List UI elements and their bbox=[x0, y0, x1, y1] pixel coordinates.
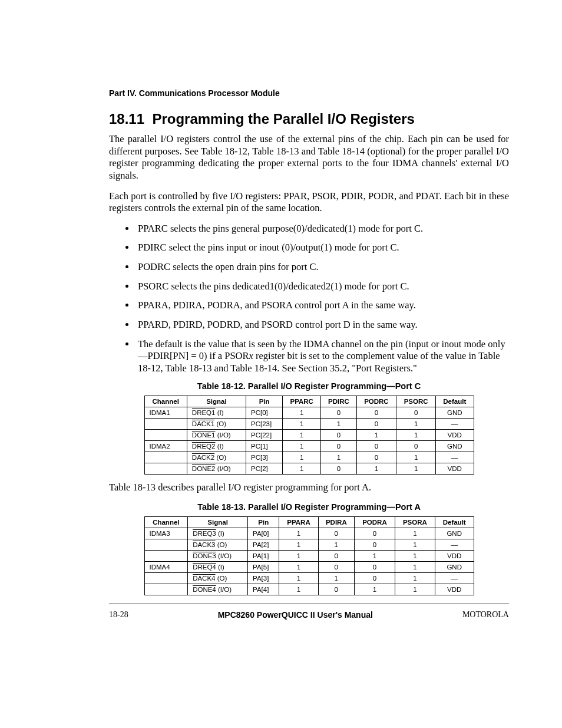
section-heading: 18.11 Programming the Parallel I/O Regis… bbox=[109, 111, 509, 127]
cell: 1 bbox=[279, 573, 318, 584]
cell: PA[0] bbox=[248, 528, 279, 539]
table-12-caption: Table 18-12. Parallel I/O Register Progr… bbox=[109, 381, 509, 391]
cell: 1 bbox=[396, 463, 436, 475]
cell: 1 bbox=[355, 551, 395, 562]
cell-signal: DREQ2 (I) bbox=[187, 441, 246, 452]
footer-manual-title: MPC8260 PowerQUICC II User's Manual bbox=[218, 610, 373, 620]
table-row: DONE1 (I/O)PC[22]1011VDD bbox=[144, 430, 474, 441]
cell: GND bbox=[436, 441, 474, 452]
cell: 1 bbox=[283, 452, 321, 463]
cell-signal: DREQ3 (I) bbox=[188, 528, 248, 539]
cell-signal: DREQ1 (I) bbox=[187, 407, 246, 419]
cell-channel: IDMA3 bbox=[144, 528, 188, 539]
bullet-item: PDIRC select the pins input or inout (0)… bbox=[135, 242, 509, 254]
cell-signal: DACK2 (O) bbox=[187, 452, 246, 463]
cell: 1 bbox=[395, 539, 435, 551]
footer-page-number: 18-28 bbox=[109, 610, 128, 620]
cell: 1 bbox=[355, 584, 395, 595]
cell: 1 bbox=[318, 573, 355, 584]
cell-channel bbox=[144, 419, 187, 430]
cell: 1 bbox=[279, 528, 318, 539]
cell: 0 bbox=[318, 551, 355, 562]
bullet-item: PODRC selects the open drain pins for po… bbox=[135, 261, 509, 274]
th-podra: PODRA bbox=[355, 517, 395, 528]
cell: 0 bbox=[356, 407, 396, 419]
bullet-item: PPARD, PDIRD, PODRD, and PSORD control p… bbox=[135, 319, 509, 331]
cell: 1 bbox=[395, 584, 435, 595]
cell: — bbox=[435, 539, 474, 551]
section-title: Programming the Parallel I/O Registers bbox=[152, 111, 414, 127]
table-row: DACK1 (O)PC[23]1101— bbox=[144, 419, 474, 430]
cell-signal: DONE3 (I/O) bbox=[188, 551, 248, 562]
cell: 0 bbox=[321, 430, 356, 441]
cell: VDD bbox=[435, 584, 474, 595]
cell-channel bbox=[144, 463, 187, 475]
cell-signal: DACK4 (O) bbox=[188, 573, 248, 584]
part-header: Part IV. Communications Processor Module bbox=[109, 88, 509, 98]
cell: 1 bbox=[396, 419, 436, 430]
cell: 0 bbox=[318, 528, 355, 539]
table-row: IDMA2DREQ2 (I)PC[1]1000GND bbox=[144, 441, 474, 452]
cell: 1 bbox=[318, 539, 355, 551]
cell: 1 bbox=[321, 452, 356, 463]
cell: GND bbox=[435, 562, 474, 573]
bullet-item: The default is the value that is seen by… bbox=[135, 338, 509, 375]
cell: GND bbox=[436, 407, 474, 419]
table-row: DONE2 (I/O)PC[2]1011VDD bbox=[144, 463, 474, 475]
cell: VDD bbox=[436, 463, 474, 475]
cell: 1 bbox=[283, 441, 321, 452]
table-row: IDMA4DREQ4 (I)PA[5]1001GND bbox=[144, 562, 474, 573]
cell: 0 bbox=[396, 441, 436, 452]
cell-channel bbox=[144, 430, 187, 441]
cell: 0 bbox=[321, 407, 356, 419]
cell: 0 bbox=[355, 562, 395, 573]
cell: 1 bbox=[356, 463, 396, 475]
table-header-row: Channel Signal Pin PPARC PDIRC PODRC PSO… bbox=[144, 396, 474, 407]
cell: 0 bbox=[356, 419, 396, 430]
cell: PC[2] bbox=[246, 463, 283, 475]
bullet-text-italic: x bbox=[249, 350, 253, 361]
cell: 1 bbox=[283, 463, 321, 475]
paragraph-1: The parallel I/O registers control the u… bbox=[109, 133, 509, 182]
footer-rule: 18-28 MPC8260 PowerQUICC II User's Manua… bbox=[109, 604, 509, 620]
th-pdira: PDIRA bbox=[318, 517, 355, 528]
bullet-item: PPARC selects the pins general purpose(0… bbox=[135, 223, 509, 235]
cell: PA[2] bbox=[248, 539, 279, 551]
cell-signal: DREQ4 (I) bbox=[188, 562, 248, 573]
bullet-item: PSORC selects the pins dedicated1(0)/ded… bbox=[135, 281, 509, 293]
table-13: Channel Signal Pin PPARA PDIRA PODRA PSO… bbox=[144, 516, 474, 595]
th-default: Default bbox=[436, 396, 474, 407]
cell-channel bbox=[144, 551, 188, 562]
cell-signal: DONE4 (I/O) bbox=[188, 584, 248, 595]
bullet-list: PPARC selects the pins general purpose(0… bbox=[109, 223, 509, 375]
table-row: DACK4 (O)PA[3]1101— bbox=[144, 573, 474, 584]
cell: PC[0] bbox=[246, 407, 283, 419]
section-number: 18.11 bbox=[109, 111, 144, 127]
cell-channel bbox=[144, 539, 188, 551]
cell-signal: DONE2 (I/O) bbox=[187, 463, 246, 475]
paragraph-3: Table 18-13 describes parallel I/O regis… bbox=[109, 482, 509, 494]
cell: 1 bbox=[395, 562, 435, 573]
table-row: IDMA1DREQ1 (I)PC[0]1000GND bbox=[144, 407, 474, 419]
th-pin: Pin bbox=[248, 517, 279, 528]
paragraph-2: Each port is controlled by five I/O regi… bbox=[109, 190, 509, 215]
cell: 0 bbox=[355, 573, 395, 584]
cell: PA[1] bbox=[248, 551, 279, 562]
cell: VDD bbox=[435, 551, 474, 562]
cell: 0 bbox=[355, 528, 395, 539]
th-signal: Signal bbox=[188, 517, 248, 528]
th-podrc: PODRC bbox=[356, 396, 396, 407]
table-row: DONE4 (I/O)PA[4]1011VDD bbox=[144, 584, 474, 595]
cell: 0 bbox=[318, 584, 355, 595]
cell: 0 bbox=[356, 452, 396, 463]
cell-signal: DACK1 (O) bbox=[187, 419, 246, 430]
cell: 1 bbox=[279, 539, 318, 551]
cell-signal: DACK3 (O) bbox=[188, 539, 248, 551]
th-ppara: PPARA bbox=[279, 517, 318, 528]
cell: VDD bbox=[436, 430, 474, 441]
table-12: Channel Signal Pin PPARC PDIRC PODRC PSO… bbox=[144, 396, 474, 475]
cell: 1 bbox=[279, 562, 318, 573]
footer: 18-28 MPC8260 PowerQUICC II User's Manua… bbox=[109, 610, 509, 620]
cell: 1 bbox=[321, 419, 356, 430]
cell: 1 bbox=[356, 430, 396, 441]
